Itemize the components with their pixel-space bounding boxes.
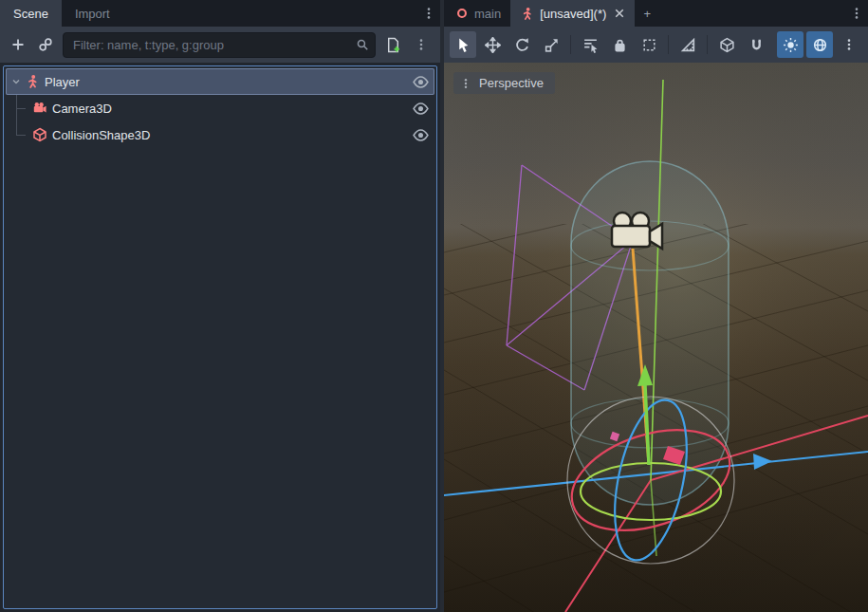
menu-dots-icon	[460, 78, 471, 89]
collision-shape-3d-icon	[32, 127, 47, 142]
filter-field-wrap	[63, 32, 376, 58]
scene-tree-wrap: Player Camera3D	[0, 63, 440, 612]
scene-filter-input[interactable]	[63, 32, 376, 58]
scene-tree: Player Camera3D	[3, 65, 437, 609]
dock-tab-bar: Scene Import	[0, 0, 440, 27]
scene-tab-main[interactable]: main	[446, 0, 510, 27]
instantiate-scene-button[interactable]	[35, 34, 56, 55]
tree-item-collisionshape3d[interactable]: CollisionShape3D	[6, 121, 434, 148]
preview-sunlight-button[interactable]	[777, 31, 803, 58]
perspective-menu-button[interactable]: Perspective	[453, 72, 555, 94]
tree-item-player[interactable]: Player	[6, 68, 434, 95]
viewport-menu-icon[interactable]	[836, 31, 862, 58]
visibility-toggle-icon[interactable]	[413, 76, 431, 88]
viewport-toolbar	[444, 27, 868, 63]
add-child-node-button[interactable]	[8, 34, 28, 55]
scene-tab-label: [unsaved](*)	[540, 7, 606, 21]
search-icon	[356, 38, 369, 51]
tree-item-label: Player	[45, 75, 80, 89]
tree-guide	[8, 121, 32, 148]
character-body-3d-icon	[25, 74, 40, 89]
tree-item-label: Camera3D	[52, 102, 112, 116]
scene-tab-label: main	[474, 7, 501, 21]
3d-scene-render	[444, 63, 868, 612]
scene-tree-menu-icon[interactable]	[410, 38, 433, 51]
ruler-button[interactable]	[674, 31, 701, 58]
character-body-3d-icon	[520, 7, 534, 21]
dock-menu-icon[interactable]	[417, 0, 440, 27]
godot-editor: Scene Import	[0, 0, 868, 612]
toolbar-separator	[707, 35, 708, 54]
collapse-arrow-icon[interactable]	[8, 76, 25, 87]
group-button[interactable]	[636, 31, 662, 58]
view-toggles	[777, 31, 862, 58]
attach-script-button[interactable]	[382, 34, 403, 55]
scene-tab-unsaved[interactable]: [unsaved](*)	[510, 0, 635, 27]
toolbar-separator	[668, 35, 669, 54]
visibility-toggle-icon[interactable]	[413, 129, 431, 141]
scene-tab-spacer	[659, 0, 845, 27]
rotate-tool-button[interactable]	[508, 31, 535, 58]
scene-icon	[455, 7, 469, 20]
scale-tool-button[interactable]	[538, 31, 564, 58]
tab-scene[interactable]: Scene	[0, 0, 62, 27]
3d-viewport[interactable]: Perspective	[444, 63, 868, 612]
snap-button[interactable]	[743, 31, 769, 58]
lock-button[interactable]	[606, 31, 633, 58]
scene-tabs-menu-icon[interactable]	[845, 0, 868, 27]
tree-guide	[8, 95, 32, 121]
scene-dock-toolbar	[0, 27, 440, 63]
list-select-button[interactable]	[577, 31, 603, 58]
toolbar-separator	[570, 35, 571, 54]
main-viewport-area: main [unsaved](*) +	[444, 0, 868, 612]
tree-item-camera3d[interactable]: Camera3D	[6, 95, 434, 121]
tab-bar-spacer	[123, 0, 417, 27]
select-tool-button[interactable]	[450, 31, 476, 58]
camera-3d-icon	[32, 101, 47, 116]
local-space-button[interactable]	[713, 31, 740, 58]
preview-environment-button[interactable]	[806, 31, 833, 58]
move-tool-button[interactable]	[479, 31, 506, 58]
new-scene-tab-button[interactable]: +	[635, 0, 659, 27]
tab-import[interactable]: Import	[62, 0, 123, 27]
close-tab-icon[interactable]	[614, 8, 625, 19]
scene-dock: Scene Import	[0, 0, 440, 612]
scene-tab-bar: main [unsaved](*) +	[444, 0, 868, 27]
tree-item-label: CollisionShape3D	[52, 128, 150, 142]
visibility-toggle-icon[interactable]	[413, 102, 431, 115]
perspective-label: Perspective	[479, 76, 544, 90]
